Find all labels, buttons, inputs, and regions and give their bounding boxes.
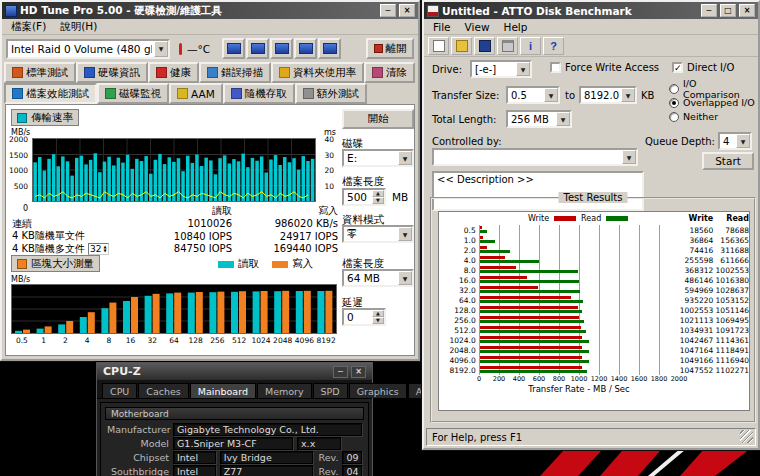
chart-legend: Write Read <box>479 214 678 223</box>
print-button[interactable] <box>497 37 518 55</box>
hdtune-tab[interactable]: 資料夾使用率 <box>271 62 364 83</box>
y-tick-label: 500 <box>14 182 28 191</box>
plot-cell <box>479 305 678 315</box>
cpuz-tab-mainboard[interactable]: Mainboard <box>190 383 256 398</box>
hdtune-tab[interactable]: 清除 <box>364 62 415 83</box>
read-bar <box>480 230 488 233</box>
menu-item[interactable]: Help <box>497 21 535 33</box>
minimize-button[interactable]: ─ <box>701 4 717 17</box>
start-button[interactable]: 開始 <box>342 109 414 129</box>
print-screenshot-button[interactable] <box>270 38 293 59</box>
write-value: 169440 IOPS <box>232 243 338 254</box>
field-value: Gigabyte Technology Co., Ltd. <box>173 423 362 436</box>
block-y-axis-unit: MB/s <box>11 275 30 284</box>
copy-screenshot-button[interactable] <box>222 38 245 59</box>
queue-depth-select[interactable]: 4 ▼ <box>718 132 752 150</box>
help-icon: ? <box>550 40 557 52</box>
menu-item[interactable]: File <box>426 21 458 33</box>
hdtune-tab[interactable]: 錯誤掃描 <box>199 62 271 83</box>
cpuz-tab-spd[interactable]: SPD <box>313 383 348 398</box>
latency-spinner[interactable]: 0 ▲▼ <box>342 308 386 326</box>
drive-select[interactable]: Intel Raid 0 Volume (480 gB) ▼ <box>6 39 170 59</box>
controlled-by-select[interactable]: ▼ <box>432 148 638 166</box>
cpuz-titlebar[interactable]: CPU-Z ─ × <box>97 363 372 380</box>
radio-option[interactable]: Overlapped I/O <box>669 96 756 109</box>
force-write-access-checkbox[interactable]: Force Write Access <box>550 62 659 73</box>
hdtune-tab[interactable]: AAM <box>169 83 223 104</box>
write-value: 594969 <box>677 286 713 295</box>
close-button[interactable]: × <box>351 366 366 378</box>
radio-option[interactable]: Neither <box>669 110 756 123</box>
hdtune-tab[interactable]: 磁碟監視 <box>97 83 169 104</box>
data-mode-value: 零 <box>347 227 358 241</box>
total-length-select[interactable]: 256 MB ▼ <box>506 110 572 128</box>
radio-option[interactable]: I/O Comparison <box>669 82 756 95</box>
temperature-value: —°C <box>187 43 210 55</box>
hdtune-tab[interactable]: 檔案效能測試 <box>4 83 97 104</box>
tab-label: 錯誤掃描 <box>221 66 263 80</box>
block-file-length-select[interactable]: 64 MB ▼ <box>342 269 414 287</box>
radio-label: Overlapped I/O <box>683 97 755 108</box>
spinner-arrows-icon[interactable]: ▲▼ <box>372 310 384 324</box>
menu-item[interactable]: 說明(H) <box>53 20 104 34</box>
close-button[interactable]: × <box>399 4 415 17</box>
y-axis: 500100015002000 <box>6 138 30 202</box>
save-screenshot-button[interactable] <box>246 38 269 59</box>
copy-text-button[interactable] <box>294 38 317 59</box>
exit-button[interactable]: 離開 <box>366 38 414 59</box>
transfer-bar <box>283 157 287 201</box>
data-mode-select[interactable]: 零 ▼ <box>342 225 414 243</box>
transfer-size-from-select[interactable]: 0.5 ▼ <box>506 86 560 104</box>
resize-grip[interactable] <box>740 430 753 443</box>
new-button[interactable] <box>428 37 449 55</box>
hdtune-tab[interactable]: 額外測試 <box>295 83 367 104</box>
maximize-button[interactable]: □ <box>720 4 736 17</box>
write-value: 74416 <box>677 246 713 255</box>
print-icon <box>502 40 514 52</box>
block-size-toggle[interactable]: 區塊大小測量 <box>11 255 100 272</box>
x-tick-label: 1600 <box>630 375 648 383</box>
close-button[interactable]: × <box>739 4 755 17</box>
read-bar <box>480 250 510 253</box>
cpuz-tab-memory[interactable]: Memory <box>257 383 312 398</box>
atto-titlebar[interactable]: Untitled - ATTO Disk Benchmark ─ □ × <box>424 2 758 19</box>
hdtune-tab[interactable]: 標準測試 <box>4 62 76 83</box>
x-tick-label: 800 <box>550 375 568 383</box>
result-row: 連續1010026986020 KB/s <box>12 217 338 230</box>
atto-statusbar: For Help, press F1 <box>426 428 756 446</box>
block-size-tick: 0.5 <box>11 336 33 345</box>
hdtune-titlebar[interactable]: HD Tune Pro 5.00 - 硬碟檢測/維護工具 ─ × <box>2 2 418 19</box>
cpuz-tab-cpu[interactable]: CPU <box>102 383 137 398</box>
minimize-button[interactable]: ─ <box>380 4 396 17</box>
hdtune-tab[interactable]: 硬碟資訊 <box>76 62 148 83</box>
thread-count-spinner[interactable]: 32▲ ▼ <box>88 243 109 255</box>
hdtune-tab[interactable]: 隨機存取 <box>223 83 295 104</box>
results-header-row: 讀取 寫入 <box>12 204 338 217</box>
spinner-arrows-icon[interactable]: ▲▼ <box>372 190 384 204</box>
help-button[interactable]: ? <box>543 37 564 55</box>
menu-item[interactable]: 檔案(F) <box>4 20 53 34</box>
drive-select[interactable]: [-e-] ▼ <box>470 60 532 78</box>
disk-select[interactable]: E: ▼ <box>342 149 414 167</box>
file-length-spinner[interactable]: 500 ▲▼ <box>342 188 386 206</box>
tab-label: 磁碟監視 <box>119 87 161 101</box>
direct-io-checkbox[interactable]: ✓ Direct I/O <box>672 62 734 73</box>
write-column-header: 寫入 <box>232 204 338 218</box>
write-legend-chip <box>272 261 288 268</box>
save-text-button[interactable] <box>318 38 341 59</box>
read-bar <box>480 280 579 283</box>
write-bar <box>174 293 181 333</box>
open-button[interactable] <box>451 37 472 55</box>
block-size-tick: 512 <box>228 336 250 345</box>
save-button[interactable] <box>474 37 495 55</box>
minimize-button[interactable]: ─ <box>333 366 348 378</box>
menu-item[interactable]: View <box>458 21 497 33</box>
transfer-size-to-select[interactable]: 8192.0 ▼ <box>579 86 637 104</box>
start-button[interactable]: Start <box>702 152 754 170</box>
cpuz-tab-caches[interactable]: Caches <box>138 383 189 398</box>
transfer-rate-toggle[interactable]: 傳輸速率 <box>11 109 79 126</box>
cpuz-tab-graphics[interactable]: Graphics <box>349 383 407 398</box>
hdtune-tab[interactable]: 健康 <box>148 62 199 83</box>
about-button[interactable]: i <box>520 37 541 55</box>
tab-label: 隨機存取 <box>245 87 287 101</box>
